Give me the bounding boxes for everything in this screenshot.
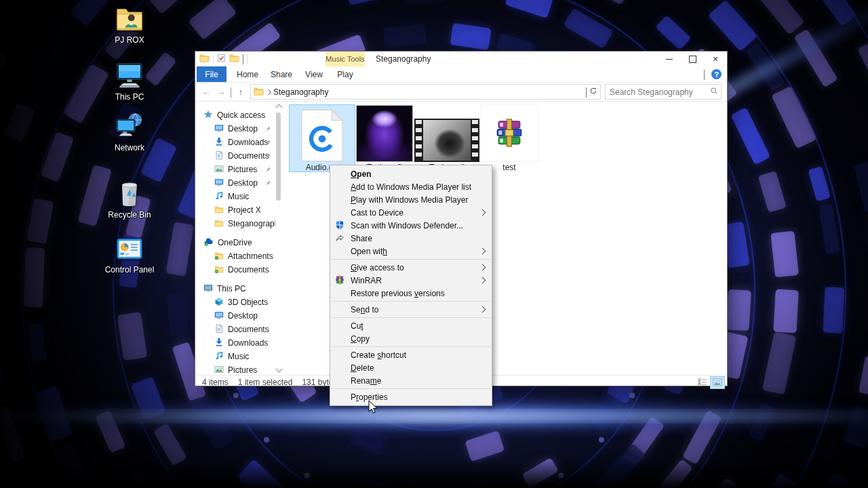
title-bar[interactable]: Music Tools Steganography ✕ [195,52,727,66]
sidebar-item-downloads[interactable]: Downloads [195,136,275,149]
video-filmstrip-thumbnail [414,105,479,162]
sidebar-item-steganography[interactable]: Steganography [195,217,275,230]
minimize-button[interactable] [658,52,681,66]
menu-item-add-to-windows-media-player-list[interactable]: Add to Windows Media Player list [330,180,492,193]
sidebar-item-music[interactable]: Music [195,190,275,203]
file-test[interactable]: test [477,105,542,171]
menu-item-scan-with-windows-defender[interactable]: Scan with Windows Defender... [330,219,492,232]
scroll-down-icon[interactable] [276,366,283,373]
recent-locations-chevron-icon[interactable] [231,87,231,97]
menu-item-winrar[interactable]: WinRAR [330,274,492,287]
sidebar-item-desktop[interactable]: Desktop [195,309,275,323]
sidebar-item-music[interactable]: Music [195,350,275,363]
menu-item-give-access-to[interactable]: Give access to [330,261,492,274]
file-audio-rar[interactable]: Audio.rar [290,105,355,171]
menu-item-cast-to-device[interactable]: Cast to Device [330,206,492,219]
large-icons-view-icon[interactable] [711,377,724,388]
sidebar-item-this-pc[interactable]: This PC [195,282,275,296]
folder-icon [214,205,224,216]
menu-item-restore-previous-versions[interactable]: Restore previous versions [330,287,492,300]
help-icon[interactable]: ? [711,69,722,79]
sidebar-item-pictures[interactable]: Pictures [195,363,275,375]
desktop-icon [214,310,224,322]
search-input[interactable] [608,87,710,98]
sidebar-item-label: Desktop [228,311,258,321]
tab-file[interactable]: File [197,66,226,82]
menu-item-label: Cast to Device [351,208,403,218]
sidebar-item-documents[interactable]: Documents [195,323,275,336]
menu-item-properties[interactable]: Properties [330,390,492,403]
quick-access-toolbar [195,54,248,64]
breadcrumb[interactable]: Steganography [250,84,601,100]
sidebar-item-documents[interactable]: Documents [195,263,275,277]
menu-item-open[interactable]: Open [330,167,492,180]
breadcrumb-folder-label[interactable]: Steganography [273,87,328,97]
sidebar-item-desktop[interactable]: Desktop [195,176,275,190]
sidebar-section-gap [195,277,275,282]
file-tech-mp3[interactable]: Tech.mp3 [352,105,417,171]
search-box[interactable] [605,84,722,100]
sidebar-item-label: Documents [228,325,269,334]
close-button[interactable]: ✕ [704,52,727,66]
sidebar-item-3d-objects[interactable]: 3D Objects [195,296,275,309]
pictures-icon [214,365,224,375]
desktop-icon-control-panel[interactable]: Control Panel [102,237,157,274]
tab-home[interactable]: Home [231,66,264,82]
this-pc-icon [203,283,213,295]
minimize-ribbon-chevron-icon[interactable] [704,70,705,79]
customize-qat-chevron-icon[interactable] [243,54,243,64]
forward-icon[interactable]: → [216,87,226,97]
menu-item-rename[interactable]: Rename [330,374,492,387]
menu-item-label: Create shortcut [351,350,406,360]
sidebar-item-pictures[interactable]: Pictures [195,163,275,176]
menu-item-share[interactable]: Share [330,232,492,245]
new-folder-icon[interactable] [229,54,239,64]
sidebar-item-attachments[interactable]: Attachments [195,249,275,263]
tab-share[interactable]: Share [264,66,298,82]
sidebar-item-onedrive[interactable]: OneDrive [195,236,275,249]
desktop-icon-network[interactable]: Network [102,112,157,152]
desktop-icon-this-pc[interactable]: This PC [102,61,157,102]
menu-item-play-with-windows-media-player[interactable]: Play with Windows Media Player [330,193,492,206]
sidebar-section-gap [195,230,275,236]
address-dropdown-chevron-icon[interactable] [586,87,587,97]
menu-item-cut[interactable]: Cut [330,319,492,332]
desktop-icon-pj-rox[interactable]: PJ ROX [102,5,157,45]
desktop-icon-recycle-bin[interactable]: Recycle Bin [102,178,157,220]
details-view-icon[interactable] [696,377,709,388]
menu-item-send-to[interactable]: Send to [330,303,492,316]
sidebar-item-downloads[interactable]: Downloads [195,336,275,350]
menu-item-create-shortcut[interactable]: Create shortcut [330,348,492,361]
file-tech-mp4[interactable]: Tech.mp4 [414,105,479,171]
menu-item-copy[interactable]: Copy [330,332,492,345]
sidebar-item-desktop[interactable]: Desktop [195,122,275,136]
pin-icon [264,138,271,148]
status-selection: 1 item selected [238,378,293,387]
menu-item-delete[interactable]: Delete [330,361,492,374]
up-icon[interactable]: ↑ [235,87,246,97]
breadcrumb-chevron-icon[interactable] [266,89,271,94]
sidebar-item-label: Documents [228,265,269,274]
navigation-scrollbar[interactable] [275,102,282,375]
sidebar-item-label: Downloads [228,138,268,147]
scroll-up-icon[interactable] [276,104,283,111]
sidebar-item-quick-access[interactable]: Quick access [195,108,275,122]
tab-play[interactable]: Play [326,66,365,82]
menu-item-label: Copy [351,334,370,344]
window-title: Steganography [376,52,431,66]
music-icon [214,191,224,203]
control-panel-icon [102,237,157,264]
search-icon[interactable] [710,87,718,97]
menu-item-label: Add to Windows Media Player list [351,182,471,192]
app-folder-icon [199,54,210,64]
scrollbar-thumb[interactable] [276,113,281,201]
breadcrumb-folder-icon [254,87,264,98]
menu-item-open-with[interactable]: Open with [330,245,492,258]
sidebar-item-project-x[interactable]: Project X [195,203,275,217]
album-art-thumbnail [352,105,417,162]
properties-icon[interactable] [217,54,226,64]
refresh-icon[interactable] [589,87,597,97]
maximize-button[interactable] [681,52,704,66]
sidebar-item-documents[interactable]: Documents [195,149,275,163]
back-icon[interactable]: ← [201,87,212,97]
